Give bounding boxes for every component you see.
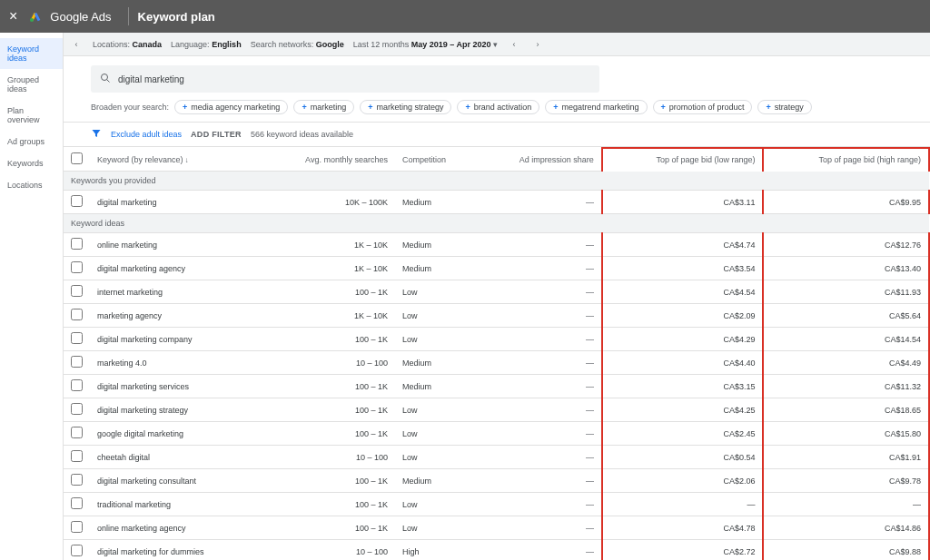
close-icon[interactable]: × xyxy=(9,8,17,25)
cell-keyword: digital marketing for dummies xyxy=(90,540,260,561)
add-filter-button[interactable]: ADD FILTER xyxy=(191,130,242,139)
broaden-chip[interactable]: +megatrend marketing xyxy=(545,100,647,114)
cell-impression: — xyxy=(476,446,601,469)
cell-bid-high: CA$12.76 xyxy=(763,233,929,257)
table-row: internet marketing100 – 1KLow—CA$4.54CA$… xyxy=(64,280,929,304)
sidebar-item-locations[interactable]: Locations xyxy=(0,174,63,196)
table-row: digital marketing strategy100 – 1KLow—CA… xyxy=(64,398,929,422)
row-checkbox[interactable] xyxy=(71,238,83,250)
cell-searches: 100 – 1K xyxy=(260,328,395,351)
cell-bid-low: CA$4.74 xyxy=(602,233,764,257)
col-searches[interactable]: Avg. monthly searches xyxy=(260,148,395,172)
cell-bid-low: CA$4.40 xyxy=(602,351,764,375)
networks-setting[interactable]: Search networks: Google xyxy=(251,40,344,49)
date-range-setting[interactable]: Last 12 months May 2019 – Apr 2020 ▾ xyxy=(353,40,498,49)
sidebar-item-plan-overview[interactable]: Plan overview xyxy=(0,100,63,131)
sidebar-item-keyword-ideas[interactable]: Keyword ideas xyxy=(0,38,63,69)
broaden-row: Broaden your search: +media agency marke… xyxy=(64,100,930,122)
cell-competition: Medium xyxy=(395,469,476,493)
cell-bid-low: CA$3.15 xyxy=(602,375,764,398)
locations-setting[interactable]: Locations: Canada xyxy=(93,40,162,49)
broaden-chip[interactable]: +brand activation xyxy=(457,100,539,114)
broaden-chip[interactable]: +strategy xyxy=(757,100,811,114)
cell-keyword: online marketing agency xyxy=(90,516,260,540)
plus-icon: + xyxy=(553,103,558,112)
broaden-chip[interactable]: +promotion of product xyxy=(653,100,753,114)
broaden-chip[interactable]: +marketing strategy xyxy=(360,100,451,114)
row-checkbox[interactable] xyxy=(71,497,83,509)
sidebar-item-keywords[interactable]: Keywords xyxy=(0,152,63,174)
language-setting[interactable]: Language: English xyxy=(171,40,242,49)
col-bid-high[interactable]: Top of page bid (high range) xyxy=(763,148,929,172)
cell-searches: 100 – 1K xyxy=(260,280,395,304)
cell-impression: — xyxy=(476,422,601,446)
row-checkbox[interactable] xyxy=(71,545,83,556)
cell-bid-low: CA$2.72 xyxy=(602,540,764,561)
row-checkbox[interactable] xyxy=(71,403,83,415)
table-row: cheetah digital10 – 100Low—CA$0.54CA$1.9… xyxy=(64,446,929,469)
sidebar-item-grouped-ideas[interactable]: Grouped ideas xyxy=(0,69,63,100)
broaden-label: Broaden your search: xyxy=(91,103,169,112)
cell-impression: — xyxy=(476,328,601,351)
table-row: digital marketing consultant100 – 1KMedi… xyxy=(64,469,929,493)
cell-bid-low: CA$2.45 xyxy=(602,422,764,446)
cell-bid-high: CA$1.91 xyxy=(763,446,929,469)
brand-name: Google Ads xyxy=(50,10,111,24)
cell-bid-low: CA$4.29 xyxy=(602,328,764,351)
cell-competition: Low xyxy=(395,446,476,469)
cell-bid-low: CA$4.25 xyxy=(602,398,764,422)
filter-icon[interactable] xyxy=(91,128,102,141)
cell-impression: — xyxy=(476,493,601,516)
prev-period-icon[interactable]: ‹ xyxy=(507,40,521,49)
row-checkbox[interactable] xyxy=(71,521,83,533)
col-competition[interactable]: Competition xyxy=(395,148,476,172)
divider xyxy=(128,7,129,25)
row-checkbox[interactable] xyxy=(71,474,83,486)
search-icon xyxy=(100,73,111,86)
sidebar-item-ad-groups[interactable]: Ad groups xyxy=(0,131,63,152)
search-box[interactable] xyxy=(91,65,599,93)
cell-keyword: digital marketing strategy xyxy=(90,398,260,422)
back-icon[interactable]: ‹ xyxy=(69,40,84,49)
cell-searches: 1K – 10K xyxy=(260,233,395,257)
cell-competition: High xyxy=(395,540,476,561)
row-checkbox[interactable] xyxy=(71,195,83,207)
col-impression[interactable]: Ad impression share xyxy=(476,148,601,172)
cell-competition: Low xyxy=(395,516,476,540)
cell-searches: 10K – 100K xyxy=(260,191,395,214)
next-period-icon[interactable]: › xyxy=(530,40,545,49)
ideas-count: 566 keyword ideas available xyxy=(251,130,353,139)
cell-keyword: digital marketing agency xyxy=(90,257,260,280)
row-checkbox[interactable] xyxy=(71,332,83,344)
row-checkbox[interactable] xyxy=(71,356,83,368)
select-all-checkbox[interactable] xyxy=(71,152,83,164)
row-checkbox[interactable] xyxy=(71,450,83,462)
broaden-chip[interactable]: +marketing xyxy=(293,100,354,114)
table-row: digital marketing agency1K – 10KMedium—C… xyxy=(64,257,929,280)
table-row: digital marketing services100 – 1KMedium… xyxy=(64,375,929,398)
cell-keyword: google digital marketing xyxy=(90,422,260,446)
row-checkbox[interactable] xyxy=(71,379,83,391)
row-checkbox[interactable] xyxy=(71,427,83,438)
sort-down-icon: ↓ xyxy=(185,156,189,164)
cell-bid-high: CA$14.54 xyxy=(763,328,929,351)
keyword-table: Keyword (by relevance)↓ Avg. monthly sea… xyxy=(64,147,930,560)
col-keyword[interactable]: Keyword (by relevance)↓ xyxy=(90,148,260,172)
cell-competition: Low xyxy=(395,398,476,422)
keyword-search-input[interactable] xyxy=(118,74,590,84)
row-checkbox[interactable] xyxy=(71,285,83,297)
exclude-adult-toggle[interactable]: Exclude adult ideas xyxy=(111,130,182,139)
cell-bid-high: CA$13.40 xyxy=(763,257,929,280)
col-bid-low[interactable]: Top of page bid (low range) xyxy=(602,148,764,172)
settings-toolbar: ‹ Locations: Canada Language: English Se… xyxy=(64,33,930,56)
svg-point-0 xyxy=(30,18,34,22)
cell-competition: Medium xyxy=(395,351,476,375)
table-row: digital marketing company100 – 1KLow—CA$… xyxy=(64,328,929,351)
row-checkbox[interactable] xyxy=(71,309,83,320)
cell-keyword: digital marketing xyxy=(90,191,260,214)
broaden-chip[interactable]: +media agency marketing xyxy=(174,100,288,114)
row-checkbox[interactable] xyxy=(71,261,83,273)
svg-point-1 xyxy=(102,74,108,80)
cell-impression: — xyxy=(476,233,601,257)
cell-keyword: marketing agency xyxy=(90,304,260,328)
